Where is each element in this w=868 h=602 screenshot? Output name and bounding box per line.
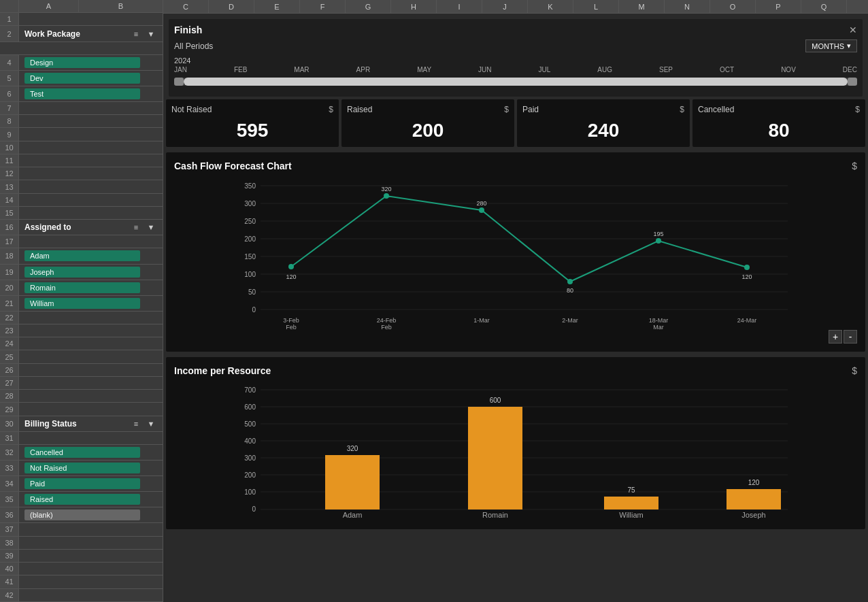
- svg-text:350: 350: [244, 182, 256, 190]
- col-l: L: [573, 0, 619, 13]
- row-39: 39: [0, 550, 163, 563]
- work-package-filter-icon[interactable]: ▼: [145, 28, 157, 40]
- row-20: 20 Romain: [0, 280, 163, 296]
- svg-text:200: 200: [244, 235, 256, 243]
- row-7: 7: [0, 102, 163, 115]
- svg-text:0: 0: [252, 505, 256, 513]
- assigned-item-romain[interactable]: Romain: [24, 282, 140, 293]
- bar-william: [604, 497, 658, 509]
- month-row: JAN FEB MAR APR MAY JUN JUL AUG SEP OCT …: [174, 66, 857, 73]
- assigned-to-list-icon[interactable]: ≡: [130, 221, 142, 233]
- svg-text:120: 120: [748, 479, 760, 486]
- stat-raised-label: Raised: [347, 105, 372, 114]
- svg-text:700: 700: [244, 386, 256, 394]
- svg-text:100: 100: [244, 271, 256, 278]
- billing-item-paid[interactable]: Paid: [24, 478, 140, 489]
- months-dropdown[interactable]: MONTHS ▾: [805, 39, 857, 52]
- zoom-out-button[interactable]: -: [844, 330, 857, 344]
- billing-status-filter-icon[interactable]: ▼: [145, 418, 157, 430]
- row-33: 33 Not Raised: [0, 461, 163, 476]
- svg-text:100: 100: [244, 488, 256, 496]
- finish-close-icon[interactable]: ✕: [849, 24, 857, 35]
- row-27: 27: [0, 377, 163, 390]
- billing-item-blank[interactable]: (blank): [24, 509, 140, 520]
- stat-cancelled: Cancelled $ 80: [692, 99, 865, 147]
- billing-item-cancelled[interactable]: Cancelled: [24, 447, 140, 458]
- row-3: [0, 42, 163, 55]
- timeline-left-handle[interactable]: [174, 78, 184, 86]
- svg-text:24-Feb: 24-Feb: [377, 317, 397, 324]
- chart-point-4: [567, 279, 573, 284]
- month-jan: JAN: [174, 66, 187, 73]
- assigned-item-william[interactable]: William: [24, 298, 140, 309]
- work-package-item-dev[interactable]: Dev: [24, 73, 140, 84]
- row-10: 10: [0, 141, 163, 154]
- stat-cancelled-label: Cancelled: [698, 105, 734, 114]
- main-content: C D E F G H I J K L M N O P Q Finish ✕: [163, 0, 868, 602]
- assigned-item-adam[interactable]: Adam: [24, 250, 140, 261]
- stat-raised-value: 200: [347, 120, 509, 141]
- timeline-track: [184, 78, 848, 86]
- col-d: D: [209, 0, 254, 13]
- billing-item-not-raised[interactable]: Not Raised: [24, 463, 140, 473]
- col-f: F: [300, 0, 346, 13]
- row-25: 25: [0, 350, 163, 363]
- assigned-to-filter-icon[interactable]: ▼: [145, 221, 157, 233]
- col-c: C: [163, 0, 209, 13]
- work-package-item-test[interactable]: Test: [24, 88, 140, 99]
- cash-flow-header: Cash Flow Forecast Chart $: [174, 161, 857, 171]
- col-h: H: [391, 0, 437, 13]
- row-21: 21 William: [0, 296, 163, 312]
- svg-text:50: 50: [248, 288, 256, 296]
- svg-text:William: William: [619, 511, 643, 519]
- timeline-slider[interactable]: [174, 78, 857, 86]
- month-mar: MAR: [294, 66, 309, 73]
- timeline-right-handle[interactable]: [848, 78, 857, 86]
- col-e: E: [254, 0, 300, 13]
- col-i: I: [437, 0, 482, 13]
- row-32: 32 Cancelled: [0, 445, 163, 461]
- stat-not-raised-value: 595: [171, 120, 333, 141]
- svg-text:Mar: Mar: [653, 324, 664, 331]
- svg-text:300: 300: [244, 454, 256, 462]
- work-package-list-icon[interactable]: ≡: [130, 28, 142, 40]
- chart-point-6: [744, 265, 750, 270]
- svg-text:3-Feb: 3-Feb: [283, 317, 299, 324]
- svg-text:195: 195: [653, 231, 663, 237]
- row-28: 28: [0, 390, 163, 403]
- col-b-header: B: [79, 0, 163, 12]
- col-j: J: [482, 0, 528, 13]
- stat-paid-label: Paid: [522, 105, 539, 114]
- cash-flow-title: Cash Flow Forecast Chart: [174, 161, 292, 171]
- row-41: 41: [0, 575, 163, 588]
- svg-text:120: 120: [286, 273, 296, 280]
- bar-adam: [325, 455, 380, 509]
- svg-text:0: 0: [252, 306, 256, 314]
- svg-text:80: 80: [567, 287, 573, 294]
- month-aug: AUG: [597, 66, 612, 73]
- income-chart-currency: $: [852, 365, 857, 376]
- svg-text:300: 300: [244, 200, 256, 207]
- cash-flow-chart: Cash Flow Forecast Chart $ 350 300 250 2…: [166, 152, 865, 352]
- stat-not-raised-currency: $: [329, 105, 333, 114]
- billing-status-list-icon[interactable]: ≡: [130, 418, 142, 430]
- row-31: 31: [0, 432, 163, 445]
- income-svg: 700 600 500 400 300 200 100 0: [174, 383, 857, 519]
- billing-item-raised[interactable]: Raised: [24, 494, 140, 505]
- svg-text:280: 280: [476, 200, 486, 207]
- col-g: G: [346, 0, 391, 13]
- assigned-item-joseph[interactable]: Joseph: [24, 267, 140, 278]
- zoom-in-button[interactable]: +: [829, 330, 842, 344]
- period-label: All Periods: [174, 41, 213, 51]
- cash-flow-svg: 350 300 250 200 150 100 50 0: [174, 178, 857, 328]
- work-package-title: Work Package: [24, 29, 80, 39]
- row-num-header: [0, 0, 19, 12]
- work-package-item-design[interactable]: Design: [24, 57, 140, 68]
- left-sidebar: A B 1 2 Work Package ≡ ▼ 4 Design: [0, 0, 163, 602]
- row-24: 24: [0, 337, 163, 350]
- row-16: 16 Assigned to ≡ ▼: [0, 220, 163, 235]
- svg-text:Feb: Feb: [381, 324, 392, 331]
- row-8: 8: [0, 115, 163, 128]
- row-30: 30 Billing Status ≡ ▼: [0, 416, 163, 432]
- col-q: Q: [801, 0, 847, 13]
